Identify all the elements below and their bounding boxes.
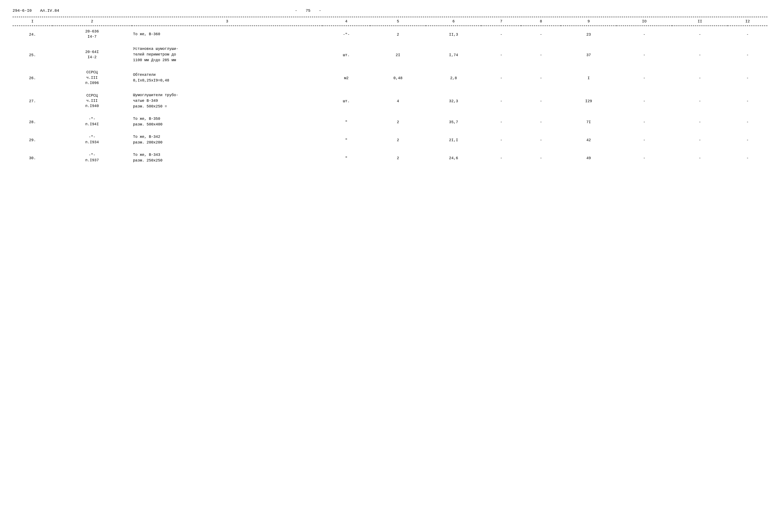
row-c11: - (672, 90, 728, 111)
row-c7: - (481, 90, 521, 111)
col-header-6: 6 (426, 17, 481, 26)
table-row: 28.-"- п.I94IТо же, В-350 разм. 500x400"… (12, 113, 768, 128)
row-price: I,74 (426, 43, 481, 64)
row-c8: - (521, 113, 561, 128)
row-c9: 23 (561, 26, 616, 41)
row-c8: - (521, 26, 561, 41)
row-unit: шт. (323, 43, 370, 64)
row-description: То же, В-342 разм. 200x200 (132, 131, 323, 147)
table-row: 24.20-636 I4-7То же, В-360-"-2II,3--23--… (12, 26, 768, 41)
row-qty: 2 (370, 113, 426, 128)
doc-number: 294-6-I0 (12, 8, 32, 13)
table-row: 25.20-64I I4-2Установка шумоглуши- телей… (12, 43, 768, 64)
row-c12: - (728, 90, 768, 111)
row-c9: 7I (561, 113, 616, 128)
row-num: 29. (12, 131, 52, 147)
page-number: 75 (306, 8, 310, 13)
row-c12: - (728, 113, 768, 128)
row-description: Обтекатели 0,Ix0,25xI9=0,48 (132, 67, 323, 87)
row-price: 32,3 (426, 90, 481, 111)
row-c12: - (728, 26, 768, 41)
row-unit: шт. (323, 90, 370, 111)
row-c10: - (617, 67, 672, 87)
row-qty: 2 (370, 131, 426, 147)
row-qty: 2 (370, 149, 426, 165)
row-c11: - (672, 131, 728, 147)
row-c9: I29 (561, 90, 616, 111)
col-header-4: 4 (323, 17, 370, 26)
row-num: 25. (12, 43, 52, 64)
row-description: Шумоглушители трубо- чатые В-349 разм. 5… (132, 90, 323, 111)
col-header-2: 2 (52, 17, 132, 26)
main-table: I 2 3 4 5 6 7 8 9 IO II I2 24.20-636 I4-… (12, 17, 768, 167)
row-unit: -"- (323, 26, 370, 41)
row-c12: - (728, 43, 768, 64)
row-unit: " (323, 149, 370, 165)
row-description: То же, В-350 разм. 500x400 (132, 113, 323, 128)
col-header-5: 5 (370, 17, 426, 26)
row-c11: - (672, 113, 728, 128)
row-c9: 49 (561, 149, 616, 165)
row-description: Установка шумоглуши- телей периметром до… (132, 43, 323, 64)
row-spacer (12, 147, 768, 149)
row-code: -"- п.I934 (52, 131, 132, 147)
series: Ал.IV.84 (40, 8, 59, 13)
main-table-container: I 2 3 4 5 6 7 8 9 IO II I2 24.20-636 I4-… (12, 17, 768, 167)
column-header-row: I 2 3 4 5 6 7 8 9 IO II I2 (12, 17, 768, 26)
table-row: 30.-"- п.I937То же, В-343 разм. 250x250"… (12, 149, 768, 165)
row-c12: - (728, 149, 768, 165)
row-price: II,3 (426, 26, 481, 41)
row-spacer (12, 165, 768, 167)
row-code: ССРСЦ ч.III п.I096 (52, 67, 132, 87)
row-qty: 2 (370, 26, 426, 41)
row-spacer (12, 87, 768, 90)
dash2: - (319, 8, 321, 13)
row-num: 30. (12, 149, 52, 165)
row-code: ССРСЦ ч.III п.I940 (52, 90, 132, 111)
table-row: 26.ССРСЦ ч.III п.I096Обтекатели 0,Ix0,25… (12, 67, 768, 87)
table-row: 27.ССРСЦ ч.III п.I940Шумоглушители трубо… (12, 90, 768, 111)
col-header-8: 8 (521, 17, 561, 26)
row-code: 20-64I I4-2 (52, 43, 132, 64)
row-qty: 2I (370, 43, 426, 64)
row-price: 2,8 (426, 67, 481, 87)
row-c11: - (672, 43, 728, 64)
col-header-10: IO (617, 17, 672, 26)
row-c9: 42 (561, 131, 616, 147)
row-c7: - (481, 149, 521, 165)
row-spacer (12, 128, 768, 131)
row-num: 26. (12, 67, 52, 87)
row-spacer (12, 111, 768, 113)
row-unit: " (323, 131, 370, 147)
row-c8: - (521, 131, 561, 147)
row-unit: " (323, 113, 370, 128)
row-c10: - (617, 26, 672, 41)
row-num: 24. (12, 26, 52, 41)
col-header-3: 3 (132, 17, 323, 26)
row-c12: - (728, 67, 768, 87)
row-c11: - (672, 26, 728, 41)
dash1: - (295, 8, 297, 13)
row-c7: - (481, 43, 521, 64)
row-num: 27. (12, 90, 52, 111)
col-header-1: I (12, 17, 52, 26)
row-c8: - (521, 67, 561, 87)
page-header: 294-6-I0 Ал.IV.84 - 75 - (12, 8, 768, 13)
row-c10: - (617, 90, 672, 111)
row-qty: 4 (370, 90, 426, 111)
row-code: -"- п.I94I (52, 113, 132, 128)
col-header-7: 7 (481, 17, 521, 26)
row-c8: - (521, 149, 561, 165)
row-c9: 37 (561, 43, 616, 64)
row-description: То же, В-360 (132, 26, 323, 41)
row-c11: - (672, 149, 728, 165)
col-header-9: 9 (561, 17, 616, 26)
col-header-12: I2 (728, 17, 768, 26)
row-spacer (12, 41, 768, 43)
row-c10: - (617, 131, 672, 147)
row-code: -"- п.I937 (52, 149, 132, 165)
row-c7: - (481, 113, 521, 128)
col-header-11: II (672, 17, 728, 26)
row-unit: м2 (323, 67, 370, 87)
row-c11: - (672, 67, 728, 87)
